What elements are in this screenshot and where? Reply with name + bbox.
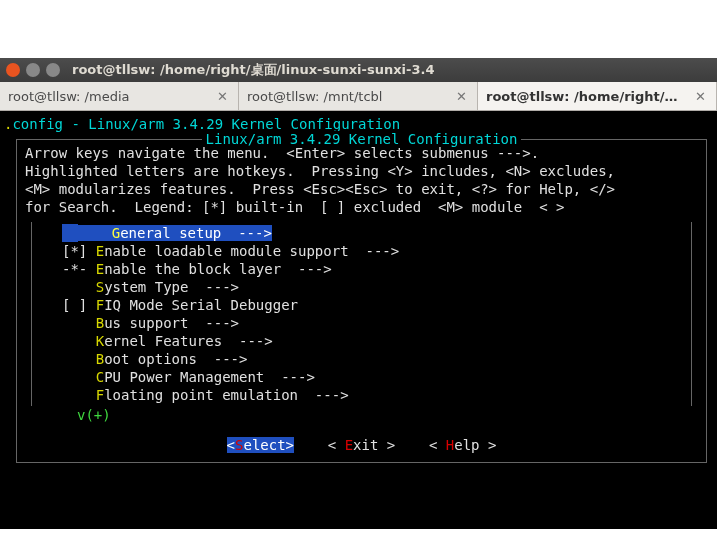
tab-close-icon[interactable]: ✕	[215, 89, 230, 104]
tab-close-icon[interactable]: ✕	[693, 89, 708, 104]
help-line-2: <M> modularizes features. Press <Esc><Es…	[25, 180, 698, 198]
tab-0[interactable]: root@tllsw: /media ✕	[0, 82, 239, 110]
menu-item-enable-loadable-module[interactable]: [*] Enable loadable module support --->	[32, 242, 691, 260]
menu-outer-box: Linux/arm 3.4.29 Kernel Configuration Ar…	[16, 139, 707, 463]
help-button[interactable]: < Help >	[429, 437, 496, 453]
tab-label: root@tllsw: /home/right/…	[486, 89, 678, 104]
tab-2[interactable]: root@tllsw: /home/right/… ✕	[478, 82, 717, 110]
help-line-3: for Search. Legend: [*] built-in [ ] exc…	[25, 198, 698, 216]
close-icon[interactable]	[6, 63, 20, 77]
maximize-icon[interactable]	[46, 63, 60, 77]
tab-label: root@tllsw: /mnt/tcbl	[247, 89, 382, 104]
minimize-icon[interactable]	[26, 63, 40, 77]
menu-item-bus-support[interactable]: Bus support --->	[32, 314, 691, 332]
menu-item-kernel-features[interactable]: Kernel Features --->	[32, 332, 691, 350]
tab-close-icon[interactable]: ✕	[454, 89, 469, 104]
menu-item-system-type[interactable]: System Type --->	[32, 278, 691, 296]
select-button[interactable]: <Select>	[227, 437, 294, 453]
help-line-1: Highlighted letters are hotkeys. Pressin…	[25, 162, 698, 180]
terminal-window: root@tllsw: /home/right/桌面/linux-sunxi-s…	[0, 58, 717, 529]
exit-button[interactable]: < Exit >	[328, 437, 395, 453]
menu-list-box: General setup ---> [*] Enable loadable m…	[31, 222, 692, 406]
menu-item-boot-options[interactable]: Boot options --->	[32, 350, 691, 368]
tab-label: root@tllsw: /media	[8, 89, 129, 104]
titlebar[interactable]: root@tllsw: /home/right/桌面/linux-sunxi-s…	[0, 58, 717, 82]
menu-item-enable-block-layer[interactable]: -*- Enable the block layer --->	[32, 260, 691, 278]
menu-box-title: Linux/arm 3.4.29 Kernel Configuration	[17, 130, 706, 148]
menu-item-fiq-debugger[interactable]: [ ] FIQ Mode Serial Debugger	[32, 296, 691, 314]
scroll-down-indicator: v(+)	[25, 406, 698, 424]
menu-item-general-setup[interactable]: General setup --->	[32, 224, 691, 242]
window-title: root@tllsw: /home/right/桌面/linux-sunxi-s…	[72, 61, 434, 79]
menu-item-cpu-power[interactable]: CPU Power Management --->	[32, 368, 691, 386]
menu-item-floating-point[interactable]: Floating point emulation --->	[32, 386, 691, 404]
terminal-body[interactable]: .config - Linux/arm 3.4.29 Kernel Config…	[0, 111, 717, 529]
tab-1[interactable]: root@tllsw: /mnt/tcbl ✕	[239, 82, 478, 110]
tab-bar: root@tllsw: /media ✕ root@tllsw: /mnt/tc…	[0, 82, 717, 111]
bottom-button-bar: <Select> < Exit > < Help >	[25, 436, 698, 454]
